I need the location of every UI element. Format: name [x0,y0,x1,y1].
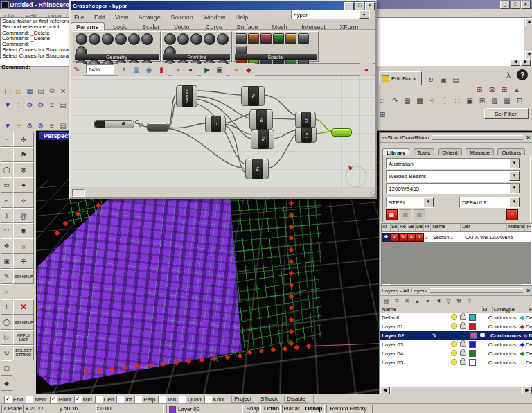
component-icon[interactable] [128,33,140,45]
edit-block-button[interactable]: Edit Block [379,71,422,85]
gh-menu-edit[interactable]: Edit [91,13,109,21]
component-icon[interactable] [248,33,259,44]
component-icon[interactable] [298,33,309,44]
toolbar-icon[interactable]: ⊞ [376,108,389,121]
gh-file-selector[interactable]: hypar ▾ [291,10,370,19]
minimize-button[interactable]: _ [500,1,510,9]
material-dot-icon[interactable] [480,333,485,337]
tool-icon[interactable]: ✣ [13,132,34,147]
struct-panel-titlebar[interactable]: ssStructDrawRhino ✕ [380,133,532,143]
solver-play-icon[interactable]: ▶ [201,63,213,76]
add-section-button[interactable]: ▦ [386,209,398,220]
function-node[interactable]: F [205,116,226,132]
toolbar-icon[interactable]: ⁛ [438,95,451,107]
layer-on-icon[interactable] [451,359,457,365]
preview-mesh-icon[interactable]: ● [172,63,184,76]
close-button[interactable]: ✕ [521,1,531,9]
print-color-icon[interactable]: ◇ [519,360,526,366]
wire-relay-icon[interactable] [134,118,143,128]
layer-on-icon[interactable] [451,341,457,347]
tool-icon[interactable]: ⌐ [1,193,12,208]
osnap-tan[interactable]: Tan [158,396,176,403]
gh-group-label[interactable]: Special [235,54,317,60]
layer-row[interactable]: Layer 04 Continuous ◆ De [380,349,532,358]
prompt-hscroll[interactable]: ◀ ▶ [510,59,531,66]
help-icon[interactable]: ? [516,69,529,81]
layer-lock-icon[interactable] [460,342,466,347]
chevron-down-icon[interactable]: ▾ [359,10,369,19]
layer-print[interactable]: De [526,324,532,330]
maximize-button[interactable]: □ [511,1,520,9]
tool-icon[interactable]: ✧ [13,193,34,208]
gh-menu-arrange[interactable]: Arrange [135,13,164,21]
toolbar-icon[interactable]: ✕ [57,85,69,97]
toolbar-icon[interactable]: ▦ [401,95,414,107]
draw-member-button[interactable]: ⌂ [506,209,518,220]
slider-handle[interactable] [122,122,125,125]
layer-row[interactable]: Layer 03 Continuous ◆ De [380,340,532,349]
gh-menu-solution[interactable]: Solution [167,13,197,21]
new-layer-icon[interactable]: ▤ [381,296,391,306]
print-color-icon[interactable]: ◆ [522,333,529,339]
plugin-button[interactable]: SSI HELP [13,315,34,330]
print-color-icon[interactable]: ◆ [519,315,526,321]
move-up-icon[interactable]: ▲ [412,296,423,306]
tool-icon[interactable]: · [1,132,12,147]
toolbar-icon[interactable]: ▤ [57,98,69,111]
section-select[interactable]: 1200WB455▼ [386,183,520,194]
panel-grip[interactable] [430,288,523,293]
print-color-icon[interactable]: ◆ [519,351,526,357]
grasshopper-window[interactable]: Grasshopper - hypar _ □ ✕ File Edit View… [69,0,377,199]
series-node[interactable]: Series [176,85,197,107]
tool-icon[interactable]: ◆ [1,376,12,391]
chevron-down-icon[interactable]: ▼ [509,159,520,168]
toolbar-icon[interactable]: ▤ [450,74,462,87]
layer-linetype[interactable]: Continuous [487,351,519,357]
osnap-mid[interactable]: ✓Mid [74,396,92,403]
plugin-button[interactable]: SSI HELP [13,269,34,284]
panel-grip[interactable] [432,135,523,140]
scroll-left-icon[interactable]: ◀ [511,59,520,66]
preview-eye-icon[interactable]: ◉ [143,63,155,76]
scroll-up-icon[interactable]: ▲ [525,18,532,26]
col-header[interactable]: Materia [507,224,525,231]
component-icon[interactable] [141,33,153,45]
tool-icon[interactable]: ⚑ [13,147,34,162]
component-icon[interactable] [273,33,284,44]
component-icon[interactable] [217,33,229,45]
toolbar-icon[interactable]: ▣ [437,74,450,87]
toolbar-icon[interactable]: ↷ [389,95,401,107]
tool-icon[interactable]: ▢ [1,360,12,376]
tool-icon[interactable]: ◠ [1,223,12,238]
gh-menu-window[interactable]: Window [200,13,229,21]
osnap-perp[interactable]: Perp [134,396,155,403]
region-select[interactable]: Australian▼ [386,158,520,169]
osnap-knot[interactable]: Knot [204,396,224,403]
layer-print[interactable]: D [529,333,532,339]
gh-menu-help[interactable]: Help [232,13,252,21]
solver-lock-icon[interactable]: ▣ [213,63,226,76]
component-icon[interactable] [89,33,100,45]
component-icon[interactable] [164,33,176,45]
layer-lock-icon[interactable] [460,351,466,356]
layer-lock-icon[interactable] [460,360,466,365]
osnap-strack-button[interactable]: STrack [258,396,280,403]
planar-toggle[interactable]: Planar [280,405,303,413]
bake-icon[interactable]: ● [230,63,242,76]
point-node[interactable]: Pt [245,159,269,179]
component-icon[interactable] [190,33,202,45]
layer-on-icon[interactable] [451,323,457,329]
zoom-level-box[interactable]: 64% [86,64,114,74]
col-header[interactable]: Se [391,224,399,231]
print-color-icon[interactable]: ◆ [519,324,526,330]
layers-panel-titlebar[interactable]: Layers - All Layers ✕ [380,286,532,296]
copy-layer-icon[interactable]: ⧉ [391,296,402,306]
delete-layer-icon[interactable]: ✕ [402,296,412,306]
toolbar-icon[interactable]: ⁘ [426,95,438,107]
point-node[interactable]: Pt [251,130,274,149]
col-header[interactable]: At [382,224,391,231]
layer-row[interactable]: Default Continuous ◆ De [380,313,532,322]
edit-cell-icon[interactable]: ✎ [399,233,407,242]
layer-linetype[interactable]: Continuous [487,360,519,366]
toolbar-icon[interactable]: ⊡ [513,95,526,107]
